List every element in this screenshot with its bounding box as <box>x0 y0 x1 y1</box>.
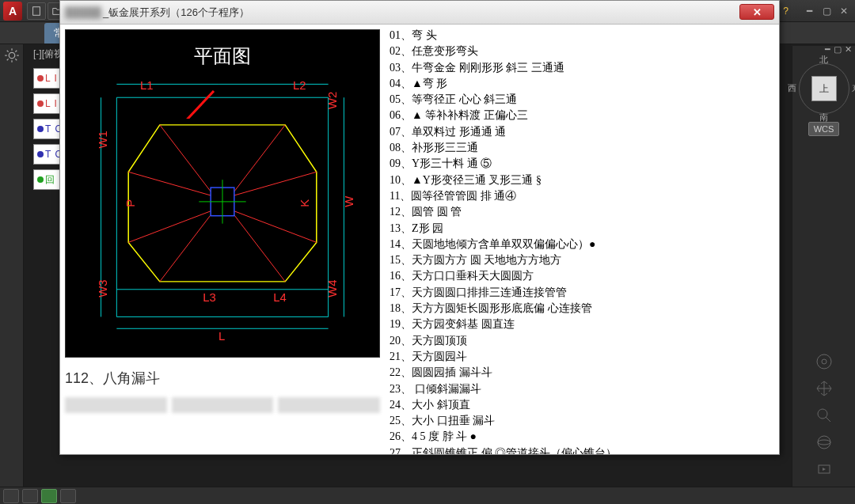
svg-text:W2: W2 <box>326 92 339 109</box>
file-icon <box>31 6 42 17</box>
orbit-icon[interactable] <box>815 433 834 452</box>
svg-line-32 <box>234 125 285 191</box>
svg-text:平面图: 平面图 <box>194 45 251 66</box>
sb-btn-3[interactable] <box>41 489 57 503</box>
svg-point-14 <box>818 440 830 445</box>
viewcube[interactable]: 上 北 南 东 西 <box>799 63 849 114</box>
viewcube-south: 南 <box>819 112 828 123</box>
list-item[interactable]: 02、任意变形弯头 <box>390 44 777 59</box>
svg-line-12 <box>826 417 830 422</box>
list-item[interactable]: 14、天圆地地倾方含单单双双偏偏心心）● <box>390 237 777 252</box>
dialog-close-button[interactable]: ✕ <box>739 4 774 20</box>
list-item[interactable]: 04、▲弯 形 <box>390 76 777 92</box>
dot-icon <box>37 126 44 132</box>
dialog-body: 平面图 <box>60 25 779 454</box>
svg-point-9 <box>817 354 831 369</box>
window-close[interactable]: ✕ <box>836 5 852 17</box>
pan-icon[interactable] <box>815 379 834 398</box>
svg-line-34 <box>234 211 317 243</box>
list-item[interactable]: 08、补形形三三通 <box>390 140 777 156</box>
svg-text:L4: L4 <box>273 291 287 304</box>
svg-line-35 <box>234 215 285 282</box>
list-item[interactable]: 11、圆等径管管圆 排 通④ <box>390 188 777 204</box>
list-item[interactable]: 21、天方圆园斗 <box>390 349 777 365</box>
plugin-dialog: █████ _钣金展开系列（126个子程序） ✕ 平面图 <box>59 0 780 455</box>
selected-item-label: 112、八角漏斗 <box>65 367 380 389</box>
svg-text:L: L <box>218 330 225 343</box>
list-item[interactable]: 23、 口倾斜漏漏斗 <box>390 381 777 397</box>
qat-new[interactable] <box>27 2 46 20</box>
svg-text:L3: L3 <box>203 291 216 304</box>
list-item[interactable]: 17、天方圆圆口排排三连通连接管管 <box>390 285 777 301</box>
list-item[interactable]: 24、大小 斜顶直 <box>390 397 777 413</box>
left-strip <box>0 44 24 487</box>
dot-icon <box>37 100 44 107</box>
dot-icon <box>37 75 44 81</box>
dialog-list[interactable]: 01、弯 头02、任意变形弯头03、牛弯金金 刚刚形形 斜三 三通通04、▲弯 … <box>385 25 779 454</box>
sb-btn-2[interactable] <box>22 489 38 503</box>
list-item[interactable]: 15、天方圆方方 圆 天地地方方地方 <box>390 252 777 268</box>
list-item[interactable]: 25、大小 口扭垂 漏斗 <box>390 413 777 429</box>
gear-icon[interactable] <box>4 47 20 63</box>
sb-btn-1[interactable] <box>3 489 19 503</box>
wcs-badge[interactable]: WCS <box>808 122 840 136</box>
svg-marker-16 <box>823 468 826 471</box>
svg-text:L1: L1 <box>140 79 154 92</box>
dot-icon <box>37 176 44 183</box>
window-maximize[interactable]: ▢ <box>819 5 834 17</box>
list-item[interactable]: 22、圆圆园插 漏斗斗 <box>390 365 777 381</box>
svg-line-36 <box>160 215 211 282</box>
list-item[interactable]: 03、牛弯金金 刚刚形形 斜三 三通通 <box>390 60 777 76</box>
list-item[interactable]: 12、圆管 圆 管 <box>390 204 777 220</box>
steering-wheel-icon[interactable] <box>815 352 834 371</box>
showmotion-icon[interactable] <box>815 460 834 479</box>
svg-point-10 <box>822 359 826 364</box>
status-bar <box>0 487 855 504</box>
list-item[interactable]: 07、单双料过 形通通 通 <box>390 124 777 140</box>
dot-icon <box>37 151 44 157</box>
svg-text:L2: L2 <box>293 79 306 92</box>
zoom-icon[interactable] <box>815 406 834 425</box>
viewcube-north: 北 <box>819 54 828 66</box>
svg-line-37 <box>128 211 211 243</box>
list-item[interactable]: 09、Y形三十料 通 ⑤ <box>390 156 777 172</box>
svg-rect-0 <box>33 6 40 15</box>
svg-text:W1: W1 <box>97 131 109 148</box>
svg-point-8 <box>9 52 15 59</box>
list-item[interactable]: 13、Z形 园 <box>390 221 777 237</box>
list-item[interactable]: 05、等弯径正 心心 斜三通 <box>390 92 777 108</box>
list-item[interactable]: 27、正斜圆锥锥正 偏 ◎管道接头（偏心锥台） <box>390 445 777 454</box>
list-item[interactable]: 06、▲ 等补补料渡 正偏心三 <box>390 108 777 123</box>
doc-restore[interactable]: ▢ <box>834 44 842 55</box>
help-button[interactable]: ? <box>780 4 792 18</box>
list-item[interactable]: 26、4 5 度 脖 斗 ● <box>390 429 777 445</box>
dialog-bottom-blur <box>65 397 380 413</box>
svg-text:P: P <box>124 199 137 207</box>
list-item[interactable]: 20、天方圆顶顶 <box>390 333 777 349</box>
list-item[interactable]: 10、▲Y形变径三通 叉形三通 § <box>390 172 777 188</box>
svg-text:K: K <box>298 199 311 207</box>
list-item[interactable]: 01、弯 头 <box>390 28 777 44</box>
dialog-left-pane: 平面图 <box>60 25 385 454</box>
drawing-preview: 平面图 <box>65 29 380 358</box>
list-item[interactable]: 18、天方方圆矩长圆形形底底偏 心连接管 <box>390 301 777 316</box>
viewcube-east: 东 <box>852 82 856 94</box>
dialog-title-blur: █████ <box>65 6 101 18</box>
viewcube-west: 西 <box>788 82 796 94</box>
svg-text:W: W <box>343 196 355 207</box>
dialog-title: _钣金展开系列（126个子程序） <box>103 6 249 20</box>
window-minimize[interactable]: ━ <box>801 5 817 17</box>
right-panel: ━ ▢ ✕ 上 北 南 东 西 WCS <box>792 46 855 487</box>
sb-btn-4[interactable] <box>60 489 76 503</box>
list-item[interactable]: 19、天方园变斜基 圆直连 <box>390 316 777 332</box>
app-logo[interactable]: A <box>3 2 22 21</box>
list-item[interactable]: 16、天方口口垂科天大圆圆方 <box>390 268 777 284</box>
dialog-titlebar[interactable]: █████ _钣金展开系列（126个子程序） ✕ <box>60 1 779 25</box>
drawing-svg: 平面图 <box>66 30 379 357</box>
svg-point-13 <box>818 436 830 449</box>
nav-bar <box>815 352 834 487</box>
viewcube-top-face[interactable]: 上 <box>811 76 837 101</box>
doc-close[interactable]: ✕ <box>845 44 852 55</box>
svg-line-31 <box>160 125 211 191</box>
svg-text:W4: W4 <box>326 279 339 297</box>
